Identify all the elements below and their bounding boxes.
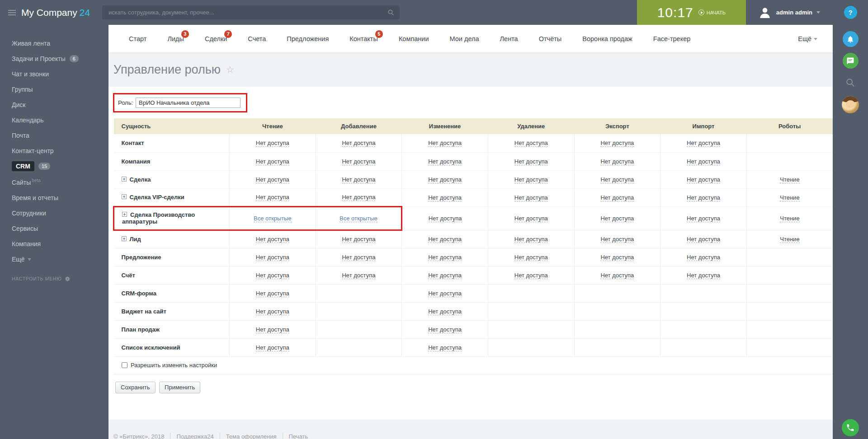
- permission-value[interactable]: Нет доступа: [428, 344, 462, 351]
- apply-button[interactable]: Применить: [159, 382, 200, 393]
- top-menu-item[interactable]: Ещё: [798, 35, 817, 42]
- sidebar-item[interactable]: Время и отчеты: [0, 190, 108, 205]
- sidebar-item[interactable]: Чат и звонки: [0, 66, 108, 82]
- sidebar-item[interactable]: Диск: [0, 97, 108, 112]
- sidebar-item[interactable]: Сайтыbeta: [0, 174, 108, 190]
- permission-value[interactable]: Нет доступа: [428, 272, 462, 279]
- user-menu[interactable]: admin admin: [758, 5, 820, 20]
- permission-value[interactable]: Нет доступа: [256, 326, 289, 333]
- rail-search-icon[interactable]: [843, 75, 859, 90]
- permission-value[interactable]: Нет доступа: [600, 194, 634, 201]
- permission-value[interactable]: Чтение: [780, 236, 799, 243]
- permission-value[interactable]: Нет доступа: [256, 176, 289, 183]
- permission-value[interactable]: Нет доступа: [687, 194, 720, 201]
- permission-value[interactable]: Нет доступа: [687, 140, 720, 147]
- sidebar-item[interactable]: Задачи и Проекты6: [0, 51, 108, 66]
- top-menu-item[interactable]: Воронка продаж: [582, 35, 632, 42]
- permission-value[interactable]: Нет доступа: [600, 254, 634, 261]
- permission-value[interactable]: Нет доступа: [428, 194, 462, 201]
- top-menu-item[interactable]: Лента: [500, 35, 518, 42]
- permission-value[interactable]: Нет доступа: [428, 290, 462, 297]
- expand-icon[interactable]: [122, 212, 127, 217]
- permission-value[interactable]: Нет доступа: [256, 344, 289, 351]
- sidebar-item[interactable]: Почта: [0, 128, 108, 143]
- menu-toggle-icon[interactable]: [5, 7, 19, 18]
- permission-value[interactable]: Нет доступа: [256, 254, 289, 261]
- search-input[interactable]: [108, 9, 387, 16]
- permission-value[interactable]: Нет доступа: [600, 140, 634, 147]
- permission-value[interactable]: Нет доступа: [428, 176, 462, 183]
- search-icon[interactable]: [387, 9, 394, 16]
- permission-value[interactable]: Нет доступа: [342, 158, 375, 165]
- top-menu-item[interactable]: Сделки7: [205, 35, 227, 42]
- messenger-chat-icon[interactable]: [843, 53, 859, 69]
- sidebar-item[interactable]: Сервисы: [0, 221, 108, 236]
- permission-value[interactable]: Нет доступа: [600, 158, 634, 165]
- sidebar-item[interactable]: Живая лента: [0, 36, 108, 51]
- top-menu-item[interactable]: Компании: [399, 35, 429, 42]
- sidebar-item[interactable]: Сотрудники: [0, 205, 108, 221]
- permission-value[interactable]: Нет доступа: [514, 140, 548, 147]
- permission-value[interactable]: Нет доступа: [428, 308, 462, 315]
- permission-value[interactable]: Нет доступа: [514, 272, 548, 279]
- top-menu-item[interactable]: Предложения: [287, 35, 329, 42]
- notifications-bell-icon[interactable]: [843, 31, 859, 47]
- permission-value[interactable]: Нет доступа: [256, 290, 289, 297]
- expand-icon[interactable]: [122, 236, 127, 241]
- top-menu-item[interactable]: Face-трекер: [653, 35, 690, 42]
- permission-value[interactable]: Нет доступа: [428, 140, 462, 147]
- permission-value[interactable]: Нет доступа: [342, 236, 375, 243]
- top-menu-item[interactable]: Счета: [248, 35, 266, 42]
- permission-value[interactable]: Нет доступа: [428, 158, 462, 165]
- permission-value[interactable]: Нет доступа: [687, 236, 720, 243]
- permission-value[interactable]: Нет доступа: [514, 158, 548, 165]
- permission-value[interactable]: Нет доступа: [600, 176, 634, 183]
- sidebar-item[interactable]: Ещё: [0, 252, 108, 267]
- start-workday-button[interactable]: НАЧАТЬ: [698, 9, 726, 15]
- permission-value[interactable]: Нет доступа: [256, 308, 289, 315]
- permission-value[interactable]: Нет доступа: [687, 215, 720, 222]
- permission-value[interactable]: Нет доступа: [256, 272, 289, 279]
- footer-link[interactable]: Поддержка24: [170, 433, 219, 439]
- permission-value[interactable]: Нет доступа: [514, 215, 548, 222]
- top-menu-item[interactable]: Мои дела: [450, 35, 479, 42]
- expand-icon[interactable]: [122, 194, 127, 199]
- permission-value[interactable]: Нет доступа: [687, 176, 720, 183]
- permission-value[interactable]: Нет доступа: [429, 215, 462, 222]
- permission-value[interactable]: Чтение: [780, 194, 799, 201]
- permission-value[interactable]: Нет доступа: [256, 158, 289, 165]
- permission-value[interactable]: Нет доступа: [342, 140, 375, 147]
- top-menu-item[interactable]: Контакты5: [349, 35, 378, 42]
- permission-value[interactable]: Нет доступа: [687, 272, 720, 279]
- permission-value[interactable]: Нет доступа: [342, 254, 375, 261]
- expand-icon[interactable]: [122, 177, 127, 182]
- permission-value[interactable]: Нет доступа: [428, 254, 462, 261]
- role-name-input[interactable]: [136, 98, 241, 108]
- sidebar-item[interactable]: Контакт-центр: [0, 143, 108, 159]
- configure-menu-button[interactable]: НАСТРОИТЬ МЕНЮ: [0, 276, 108, 282]
- permission-value[interactable]: Нет доступа: [514, 236, 548, 243]
- profile-avatar[interactable]: [842, 96, 859, 113]
- footer-link[interactable]: Тема оформления: [220, 433, 283, 439]
- permission-value[interactable]: Нет доступа: [256, 140, 289, 147]
- permission-value[interactable]: Все открытые: [340, 215, 377, 222]
- permission-value[interactable]: Чтение: [780, 215, 799, 222]
- permission-value[interactable]: Нет доступа: [428, 326, 462, 333]
- permission-value[interactable]: Нет доступа: [600, 236, 634, 243]
- top-menu-item[interactable]: Старт: [129, 35, 146, 42]
- save-button[interactable]: Сохранить: [115, 382, 156, 393]
- permission-value[interactable]: Нет доступа: [687, 158, 720, 165]
- permission-value[interactable]: Нет доступа: [687, 254, 720, 261]
- help-button[interactable]: ?: [844, 6, 857, 19]
- permission-value[interactable]: Нет доступа: [514, 194, 548, 201]
- sidebar-item[interactable]: Компания: [0, 236, 108, 252]
- permission-value[interactable]: Нет доступа: [256, 236, 289, 243]
- permission-value[interactable]: Нет доступа: [342, 176, 375, 183]
- top-menu-item[interactable]: Лиды3: [167, 35, 184, 42]
- permission-value[interactable]: Нет доступа: [256, 194, 289, 201]
- sidebar-item[interactable]: CRM15: [0, 159, 108, 174]
- permission-value[interactable]: Нет доступа: [342, 194, 375, 201]
- permission-value[interactable]: Все открытые: [254, 215, 292, 222]
- top-menu-item[interactable]: Отчёты: [539, 35, 562, 42]
- telephony-phone-icon[interactable]: [842, 419, 859, 436]
